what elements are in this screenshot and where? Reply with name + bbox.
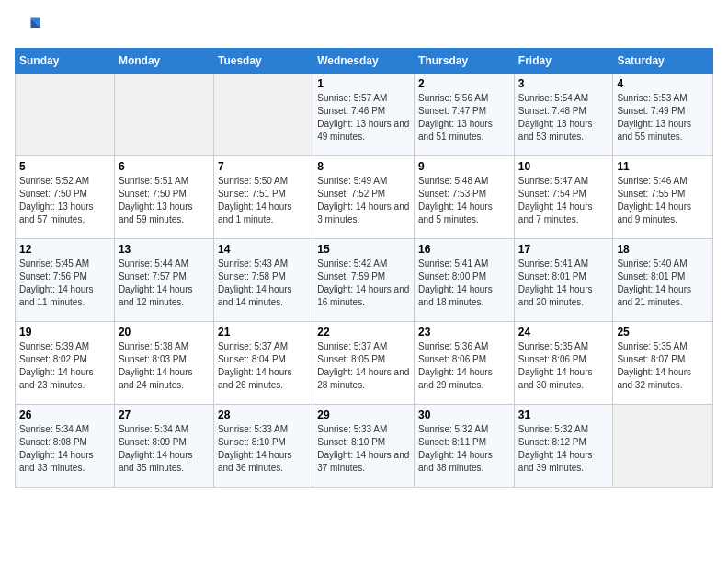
day-number: 19 (19, 326, 110, 339)
calendar-day-cell: 18Sunrise: 5:40 AM Sunset: 8:01 PM Dayli… (613, 239, 713, 322)
day-number: 13 (119, 243, 210, 256)
calendar-day-cell: 7Sunrise: 5:50 AM Sunset: 7:51 PM Daylig… (213, 156, 313, 239)
day-info: Sunrise: 5:34 AM Sunset: 8:09 PM Dayligh… (119, 423, 210, 475)
calendar-day-cell: 16Sunrise: 5:41 AM Sunset: 8:00 PM Dayli… (415, 239, 515, 322)
day-info: Sunrise: 5:49 AM Sunset: 7:52 PM Dayligh… (317, 175, 410, 226)
day-number: 9 (418, 160, 510, 173)
day-info: Sunrise: 5:57 AM Sunset: 7:46 PM Dayligh… (317, 92, 410, 144)
calendar-week-row: 26Sunrise: 5:34 AM Sunset: 8:08 PM Dayli… (16, 405, 713, 488)
day-info: Sunrise: 5:32 AM Sunset: 8:11 PM Dayligh… (418, 423, 510, 475)
weekday-header: Saturday (613, 49, 713, 74)
day-info: Sunrise: 5:33 AM Sunset: 8:10 PM Dayligh… (317, 423, 410, 475)
weekday-header: Thursday (415, 49, 515, 74)
calendar-day-cell: 20Sunrise: 5:38 AM Sunset: 8:03 PM Dayli… (114, 322, 213, 405)
day-info: Sunrise: 5:48 AM Sunset: 7:53 PM Dayligh… (418, 175, 510, 226)
day-info: Sunrise: 5:37 AM Sunset: 8:05 PM Dayligh… (317, 340, 410, 392)
calendar-day-cell: 6Sunrise: 5:51 AM Sunset: 7:50 PM Daylig… (114, 156, 213, 239)
day-number: 6 (119, 160, 210, 173)
calendar-day-cell: 2Sunrise: 5:56 AM Sunset: 7:47 PM Daylig… (415, 74, 515, 156)
day-info: Sunrise: 5:45 AM Sunset: 7:56 PM Dayligh… (19, 258, 110, 309)
day-number: 2 (418, 77, 510, 90)
day-number: 22 (317, 326, 410, 339)
calendar-day-cell (613, 405, 713, 488)
calendar-day-cell (213, 74, 313, 156)
day-number: 5 (19, 160, 110, 173)
day-number: 26 (19, 408, 110, 421)
day-info: Sunrise: 5:40 AM Sunset: 8:01 PM Dayligh… (617, 258, 709, 309)
day-info: Sunrise: 5:46 AM Sunset: 7:55 PM Dayligh… (617, 175, 709, 226)
calendar-day-cell: 3Sunrise: 5:54 AM Sunset: 7:48 PM Daylig… (514, 74, 613, 156)
day-number: 29 (317, 408, 410, 421)
day-info: Sunrise: 5:34 AM Sunset: 8:08 PM Dayligh… (19, 423, 110, 475)
day-number: 24 (518, 326, 609, 339)
weekday-header: Wednesday (313, 49, 415, 74)
calendar-day-cell: 13Sunrise: 5:44 AM Sunset: 7:57 PM Dayli… (114, 239, 213, 322)
day-number: 20 (119, 326, 210, 339)
day-info: Sunrise: 5:41 AM Sunset: 8:00 PM Dayligh… (418, 258, 510, 309)
calendar-day-cell: 28Sunrise: 5:33 AM Sunset: 8:10 PM Dayli… (213, 405, 313, 488)
calendar-day-cell (114, 74, 213, 156)
calendar-week-row: 12Sunrise: 5:45 AM Sunset: 7:56 PM Dayli… (16, 239, 713, 322)
weekday-row: SundayMondayTuesdayWednesdayThursdayFrid… (16, 49, 713, 74)
calendar-day-cell (16, 74, 115, 156)
day-info: Sunrise: 5:38 AM Sunset: 8:03 PM Dayligh… (119, 340, 210, 392)
calendar-day-cell: 17Sunrise: 5:41 AM Sunset: 8:01 PM Dayli… (514, 239, 613, 322)
calendar-day-cell: 30Sunrise: 5:32 AM Sunset: 8:11 PM Dayli… (415, 405, 515, 488)
calendar-day-cell: 29Sunrise: 5:33 AM Sunset: 8:10 PM Dayli… (313, 405, 415, 488)
day-info: Sunrise: 5:47 AM Sunset: 7:54 PM Dayligh… (518, 175, 609, 226)
day-number: 15 (317, 243, 410, 256)
calendar-day-cell: 12Sunrise: 5:45 AM Sunset: 7:56 PM Dayli… (16, 239, 115, 322)
day-info: Sunrise: 5:54 AM Sunset: 7:48 PM Dayligh… (518, 92, 609, 144)
calendar-day-cell: 31Sunrise: 5:32 AM Sunset: 8:12 PM Dayli… (514, 405, 613, 488)
day-number: 14 (218, 243, 309, 256)
calendar-day-cell: 11Sunrise: 5:46 AM Sunset: 7:55 PM Dayli… (613, 156, 713, 239)
calendar-week-row: 1Sunrise: 5:57 AM Sunset: 7:46 PM Daylig… (16, 74, 713, 156)
logo (15, 15, 44, 40)
day-number: 30 (418, 408, 510, 421)
day-info: Sunrise: 5:44 AM Sunset: 7:57 PM Dayligh… (119, 258, 210, 309)
calendar-day-cell: 1Sunrise: 5:57 AM Sunset: 7:46 PM Daylig… (313, 74, 415, 156)
day-info: Sunrise: 5:41 AM Sunset: 8:01 PM Dayligh… (518, 258, 609, 309)
calendar-day-cell: 27Sunrise: 5:34 AM Sunset: 8:09 PM Dayli… (114, 405, 213, 488)
calendar-body: 1Sunrise: 5:57 AM Sunset: 7:46 PM Daylig… (16, 74, 713, 488)
weekday-header: Monday (114, 49, 213, 74)
day-number: 1 (317, 77, 410, 90)
calendar-day-cell: 19Sunrise: 5:39 AM Sunset: 8:02 PM Dayli… (16, 322, 115, 405)
weekday-header: Tuesday (213, 49, 313, 74)
weekday-header: Friday (514, 49, 613, 74)
calendar-day-cell: 21Sunrise: 5:37 AM Sunset: 8:04 PM Dayli… (213, 322, 313, 405)
page-header (15, 15, 713, 40)
calendar-day-cell: 5Sunrise: 5:52 AM Sunset: 7:50 PM Daylig… (16, 156, 115, 239)
day-number: 4 (617, 77, 709, 90)
day-number: 11 (617, 160, 709, 173)
day-number: 12 (19, 243, 110, 256)
calendar-week-row: 19Sunrise: 5:39 AM Sunset: 8:02 PM Dayli… (16, 322, 713, 405)
weekday-header: Sunday (16, 49, 115, 74)
calendar-header: SundayMondayTuesdayWednesdayThursdayFrid… (16, 49, 713, 74)
day-info: Sunrise: 5:56 AM Sunset: 7:47 PM Dayligh… (418, 92, 510, 144)
calendar-day-cell: 14Sunrise: 5:43 AM Sunset: 7:58 PM Dayli… (213, 239, 313, 322)
day-info: Sunrise: 5:35 AM Sunset: 8:07 PM Dayligh… (617, 340, 709, 392)
calendar-table: SundayMondayTuesdayWednesdayThursdayFrid… (15, 48, 713, 488)
calendar-day-cell: 8Sunrise: 5:49 AM Sunset: 7:52 PM Daylig… (313, 156, 415, 239)
day-number: 17 (518, 243, 609, 256)
calendar-day-cell: 4Sunrise: 5:53 AM Sunset: 7:49 PM Daylig… (613, 74, 713, 156)
day-number: 28 (218, 408, 309, 421)
day-number: 10 (518, 160, 609, 173)
calendar-day-cell: 25Sunrise: 5:35 AM Sunset: 8:07 PM Dayli… (613, 322, 713, 405)
day-number: 3 (518, 77, 609, 90)
day-number: 21 (218, 326, 309, 339)
day-info: Sunrise: 5:42 AM Sunset: 7:59 PM Dayligh… (317, 258, 410, 309)
day-number: 8 (317, 160, 410, 173)
day-info: Sunrise: 5:39 AM Sunset: 8:02 PM Dayligh… (19, 340, 110, 392)
day-info: Sunrise: 5:43 AM Sunset: 7:58 PM Dayligh… (218, 258, 309, 309)
day-info: Sunrise: 5:36 AM Sunset: 8:06 PM Dayligh… (418, 340, 510, 392)
day-info: Sunrise: 5:33 AM Sunset: 8:10 PM Dayligh… (218, 423, 309, 475)
day-info: Sunrise: 5:35 AM Sunset: 8:06 PM Dayligh… (518, 340, 609, 392)
day-number: 31 (518, 408, 609, 421)
calendar-day-cell: 26Sunrise: 5:34 AM Sunset: 8:08 PM Dayli… (16, 405, 115, 488)
day-info: Sunrise: 5:37 AM Sunset: 8:04 PM Dayligh… (218, 340, 309, 392)
day-info: Sunrise: 5:50 AM Sunset: 7:51 PM Dayligh… (218, 175, 309, 226)
day-info: Sunrise: 5:52 AM Sunset: 7:50 PM Dayligh… (19, 175, 110, 226)
day-number: 23 (418, 326, 510, 339)
